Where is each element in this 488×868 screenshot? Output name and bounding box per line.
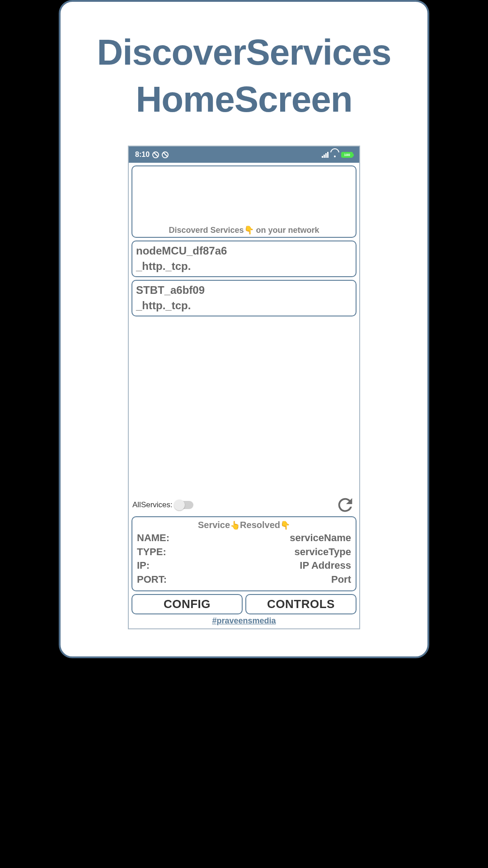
do-not-disturb-icon [152,151,159,158]
all-services-toggle[interactable] [174,501,193,509]
resolved-title-mid: Resolved [240,520,280,530]
resolved-title: Service👆Resolved👇 [137,520,351,530]
service-name: STBT_a6bf09 [136,283,352,298]
service-type: _http._tcp. [136,259,352,274]
phone-frame: 8:10 100 Discoverd Services👇 on your net… [128,146,360,629]
resolved-box: Service👆Resolved👇 NAME: serviceName TYPE… [131,516,357,591]
controls-button[interactable]: CONTROLS [245,594,357,614]
toggle-row: AllServices: [131,495,357,515]
service-item[interactable]: STBT_a6bf09 _http._tcp. [131,280,357,316]
resolved-value: serviceName [290,531,351,545]
resolved-key: NAME: [137,531,169,545]
resolved-value: Port [331,573,351,587]
resolved-row-name: NAME: serviceName [137,531,351,545]
page-title: DiscoverServices HomeScreen [97,29,391,123]
battery-icon: 100 [341,152,353,158]
resolved-key: TYPE: [137,545,166,559]
page-title-line1: DiscoverServices [97,29,391,76]
cell-signal-icon [322,152,328,158]
battery-level: 100 [344,153,350,157]
toggle-left: AllServices: [132,500,193,509]
service-type: _http._tcp. [136,298,352,313]
config-button[interactable]: CONFIG [131,594,243,614]
resolved-row-ip: IP: IP Address [137,559,351,573]
resolved-title-prefix: Service [198,520,230,530]
outer-frame: DiscoverServices HomeScreen 8:10 100 Dis… [59,0,429,658]
status-time: 8:10 [135,151,150,159]
service-name: nodeMCU_df87a6 [136,243,352,259]
discovered-header-suffix: on your network [254,226,319,235]
app-body: Discoverd Services👇 on your network node… [129,163,359,628]
status-bar: 8:10 100 [129,146,359,163]
resolved-row-type: TYPE: serviceType [137,545,351,559]
all-services-label: AllServices: [132,500,173,509]
status-left: 8:10 [135,151,169,159]
spacer [131,319,357,494]
refresh-icon [335,495,356,515]
point-up-icon: 👆 [230,521,240,530]
footer-link[interactable]: #praveensmedia [131,616,357,626]
point-down-icon: 👇 [244,226,254,235]
wifi-icon [331,152,338,157]
resolved-value: IP Address [300,559,351,573]
resolved-key: PORT: [137,573,167,587]
status-right: 100 [322,152,353,158]
discovered-header-box: Discoverd Services👇 on your network [131,165,357,238]
discovered-header-text: Discoverd Services👇 on your network [169,225,319,235]
resolved-row-port: PORT: Port [137,573,351,587]
alarm-off-icon [162,151,169,158]
discovered-header-prefix: Discoverd Services [169,226,244,235]
resolved-key: IP: [137,559,150,573]
refresh-button[interactable] [335,495,356,515]
page-title-line2: HomeScreen [97,76,391,123]
service-item[interactable]: nodeMCU_df87a6 _http._tcp. [131,241,357,277]
button-row: CONFIG CONTROLS [131,594,357,614]
point-down-icon: 👇 [280,521,290,530]
resolved-value: serviceType [294,545,351,559]
